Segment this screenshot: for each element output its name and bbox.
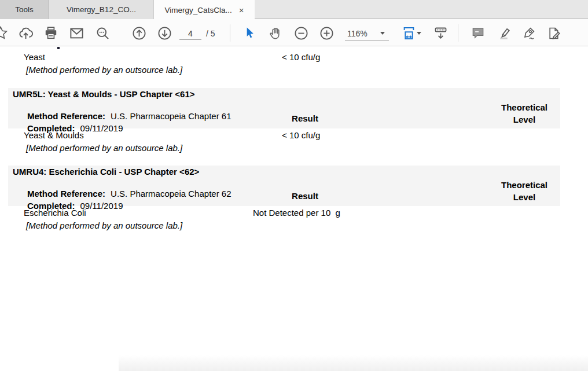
- analyte-name: Escherichia Coli: [24, 208, 86, 218]
- zoom-level-value: 116%: [347, 29, 368, 38]
- fill-and-sign-icon[interactable]: [546, 25, 562, 41]
- page-up-icon[interactable]: [131, 25, 147, 41]
- page-bottom-shadow: [119, 355, 588, 371]
- section-header-umru4: UMRU4: Escherichia Coli - USP Chapter <6…: [8, 166, 560, 206]
- comment-icon[interactable]: [470, 25, 486, 41]
- page-number-input[interactable]: [179, 27, 201, 40]
- section-header-umr5l: UMR5L: Yeast & Moulds - USP Chapter <61>…: [8, 88, 560, 128]
- tab-bar: Tools Vimergy_B12_CO... Vimergy_CatsCla.…: [0, 0, 588, 19]
- method-note: [Method performed by an outsource lab.]: [26, 221, 182, 230]
- level-label: Level: [495, 191, 553, 203]
- main-toolbar: / 5 116%: [0, 19, 588, 46]
- analyte-name: Yeast: [24, 52, 45, 62]
- page-down-icon[interactable]: [156, 25, 172, 41]
- method-reference-value: U.S. Pharmacopeia Chapter 62: [111, 189, 231, 199]
- highlight-icon[interactable]: [495, 25, 512, 41]
- tab-tools[interactable]: Tools: [0, 0, 49, 19]
- select-tool-icon[interactable]: [241, 25, 258, 41]
- zoom-in-icon[interactable]: [318, 25, 335, 41]
- pdf-reader-window: { "colors": { "accent_blue": "#1b76d2", …: [0, 0, 588, 371]
- search-icon[interactable]: [94, 25, 111, 41]
- hand-tool-icon[interactable]: [267, 25, 284, 41]
- method-note: [Method performed by an outsource lab.]: [26, 65, 182, 75]
- analyte-result: Not Detected per 10 g: [253, 208, 340, 218]
- cloud-upload-icon[interactable]: [17, 25, 34, 41]
- analyte-name: Yeast & Moulds: [24, 130, 84, 140]
- fit-width-icon[interactable]: [400, 25, 417, 41]
- toolbar-separator: [458, 24, 458, 42]
- theoretical-level-column-header: Theoretical Level: [495, 101, 553, 126]
- result-column-header: Result: [276, 113, 334, 123]
- clipped-text-fragment: [57, 47, 60, 49]
- zoom-level-dropdown[interactable]: 116%: [345, 26, 389, 41]
- analyte-result: < 10 cfu/g: [282, 52, 320, 62]
- completed-value: 09/11/2019: [80, 201, 123, 211]
- tab-b12-label: Vimergy_B12_CO...: [67, 5, 136, 14]
- method-note: [Method performed by an outsource lab.]: [26, 143, 182, 153]
- toolbar-separator: [230, 24, 230, 42]
- level-label: Level: [495, 113, 553, 126]
- theoretical-label: Theoretical: [495, 101, 553, 113]
- analyte-result: < 10 cfu/g: [282, 130, 320, 140]
- chevron-down-icon: [380, 32, 385, 35]
- sign-icon[interactable]: [520, 25, 536, 41]
- result-column-header: Result: [276, 191, 334, 201]
- page-total-label: / 5: [206, 29, 215, 38]
- completed-value: 09/11/2019: [80, 123, 123, 133]
- scrolling-mode-icon[interactable]: [432, 25, 449, 41]
- print-icon[interactable]: [43, 25, 59, 41]
- tab-document-b12[interactable]: Vimergy_B12_CO...: [49, 0, 154, 19]
- document-page: Yeast < 10 cfu/g [Method performed by an…: [0, 47, 588, 371]
- theoretical-level-column-header: Theoretical Level: [495, 179, 553, 203]
- tab-close-icon[interactable]: ×: [239, 6, 244, 14]
- star-icon[interactable]: [0, 25, 9, 41]
- zoom-out-icon[interactable]: [293, 25, 309, 41]
- tab-catsclaw-label: Vimergy_CatsCla...: [165, 6, 232, 14]
- tab-document-catsclaw-active[interactable]: Vimergy_CatsCla... ×: [154, 0, 255, 20]
- tab-tools-label: Tools: [15, 5, 34, 14]
- fit-width-chevron-icon[interactable]: [417, 32, 421, 35]
- method-reference-value: U.S. Pharmacopeia Chapter 61: [111, 111, 231, 121]
- theoretical-label: Theoretical: [495, 179, 553, 191]
- email-icon[interactable]: [68, 25, 84, 41]
- section-title: UMR5L: Yeast & Moulds - USP Chapter <61>: [13, 89, 195, 99]
- section-title: UMRU4: Escherichia Coli - USP Chapter <6…: [13, 167, 199, 177]
